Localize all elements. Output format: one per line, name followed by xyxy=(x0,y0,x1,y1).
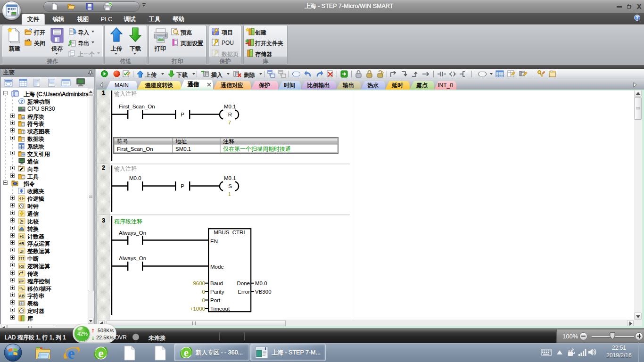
svg-text:First_Scan_On: First_Scan_On xyxy=(119,104,155,109)
svg-text:9600: 9600 xyxy=(193,280,205,286)
svg-text:Done: Done xyxy=(237,280,250,286)
svg-text:Port: Port xyxy=(210,297,221,303)
svg-text:±R: ±R xyxy=(19,241,25,246)
svg-text:e: e xyxy=(184,347,189,359)
svg-text:MBUS_CTRL: MBUS_CTRL xyxy=(214,230,247,235)
svg-text:+1000: +1000 xyxy=(190,306,205,312)
svg-text:符号: 符号 xyxy=(117,138,128,145)
svg-text:输入注释: 输入注释 xyxy=(114,90,137,97)
svg-text:Always_On: Always_On xyxy=(119,230,146,236)
svg-text:VB300: VB300 xyxy=(255,289,272,295)
svg-text:仅在第一个扫描周期时接通: 仅在第一个扫描周期时接通 xyxy=(223,146,291,152)
svg-text:e: e xyxy=(98,347,103,360)
svg-text:M0.0: M0.0 xyxy=(255,280,267,286)
svg-text:Baud: Baud xyxy=(210,280,223,286)
svg-text:0: 0 xyxy=(202,297,205,303)
svg-text:Always_On: Always_On xyxy=(119,255,146,261)
svg-text:M0.1: M0.1 xyxy=(224,104,236,109)
svg-text:AB: AB xyxy=(19,294,25,298)
svg-text:Parity: Parity xyxy=(210,289,224,295)
svg-text:Timeout: Timeout xyxy=(210,306,230,312)
svg-text:S: S xyxy=(228,183,232,189)
svg-text:IOI: IOI xyxy=(19,264,25,269)
svg-text:±I: ±I xyxy=(20,249,23,254)
svg-text:7: 7 xyxy=(228,120,231,125)
svg-text:ab: ab xyxy=(22,116,25,119)
svg-text:M0.1: M0.1 xyxy=(224,175,236,181)
svg-text:注释: 注释 xyxy=(223,138,234,145)
svg-text:程序段注释: 程序段注释 xyxy=(114,218,142,225)
svg-text:输入注释: 输入注释 xyxy=(114,165,137,172)
svg-text:M0.0: M0.0 xyxy=(129,175,141,181)
svg-text:+1: +1 xyxy=(19,234,24,239)
svg-text:地址: 地址 xyxy=(175,138,187,145)
svg-text:First_Scan_On: First_Scan_On xyxy=(117,146,153,152)
svg-text:Mode: Mode xyxy=(210,264,224,270)
svg-text:Error: Error xyxy=(238,289,250,295)
svg-text:R: R xyxy=(228,112,232,117)
svg-text:1: 1 xyxy=(228,191,231,197)
svg-text:0: 0 xyxy=(202,289,205,295)
svg-text:P: P xyxy=(181,183,184,189)
svg-text:EN: EN xyxy=(210,239,218,244)
svg-text:SM0.1: SM0.1 xyxy=(175,146,191,152)
svg-text:P: P xyxy=(181,112,184,117)
